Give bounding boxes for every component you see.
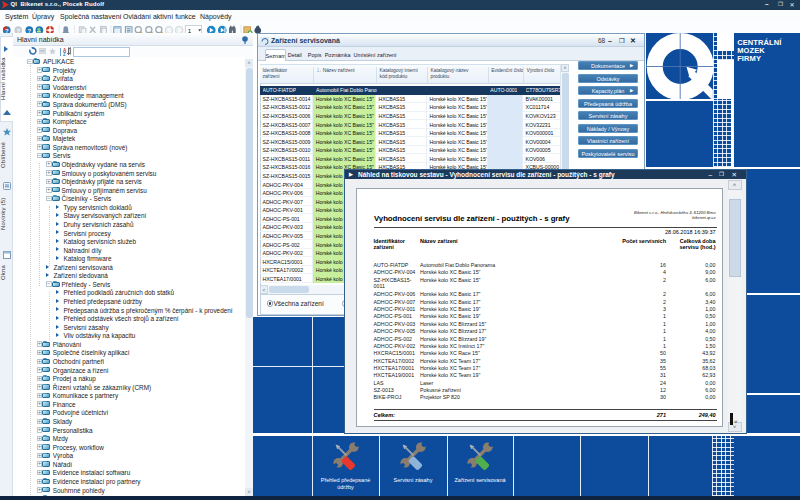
svg-text:Z: Z xyxy=(63,52,66,56)
